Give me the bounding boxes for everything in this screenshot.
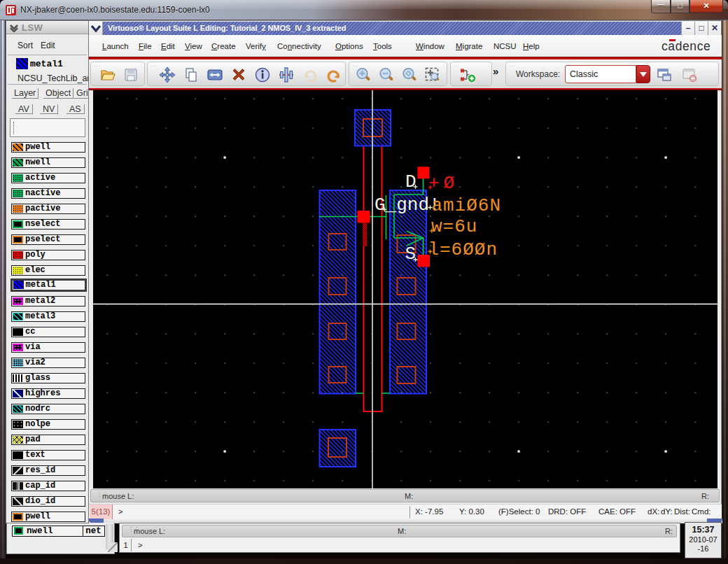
svg-text:amiØ6N: amiØ6N [431,195,501,216]
svg-text:D: D [405,171,416,192]
svg-text:+Ø: +Ø [428,173,458,194]
svg-text:w=6u: w=6u [431,216,477,237]
svg-text:l=6ØØn: l=6ØØn [428,239,498,260]
svg-text:S: S [405,244,416,265]
svg-text:G_gnd!: G_gnd! [374,195,440,216]
